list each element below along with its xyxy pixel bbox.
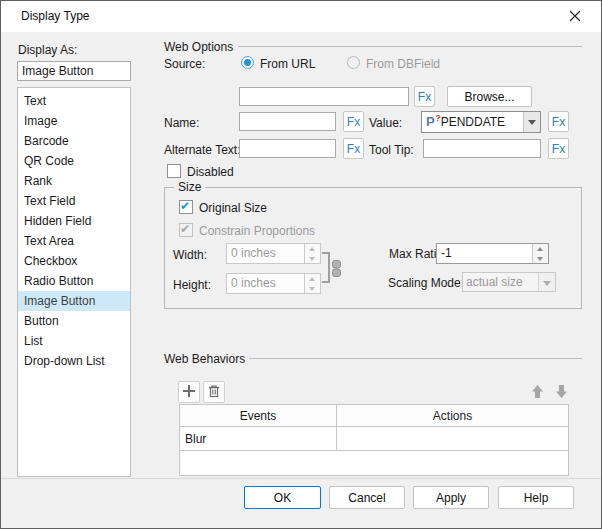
list-item-radio-button[interactable]: Radio Button [18,271,130,291]
value-formula-button[interactable]: Fx [548,111,569,132]
plus-icon [182,384,196,398]
apply-button[interactable]: Apply [413,486,489,509]
checkmark-icon: ✔ [180,222,190,236]
list-item-text-field[interactable]: Text Field [18,191,130,211]
source-label: Source: [164,57,205,71]
list-item-button[interactable]: Button [18,311,130,331]
list-item-hidden-field[interactable]: Hidden Field [18,211,130,231]
web-behaviors-divider [249,358,582,359]
actions-column-header: Actions [337,405,568,426]
scaling-mode-combobox: actual size [462,272,556,292]
scaling-mode-label: Scaling Mode: [388,276,464,290]
value-label: Value: [369,116,402,130]
close-icon [569,10,581,22]
size-group-title: Size [174,180,205,194]
help-button[interactable]: Help [498,486,574,509]
width-value: 0 inches [227,244,304,263]
trash-icon [207,384,221,398]
list-item-qr-code[interactable]: QR Code [18,151,130,171]
chevron-down-icon[interactable] [523,112,540,132]
url-input[interactable] [239,87,409,106]
display-type-dialog: Display Type Display As: Text Image Barc… [0,0,602,529]
original-size-checkbox[interactable]: ✔ [179,200,193,214]
table-header-row: Events Actions [180,405,568,427]
list-item-image[interactable]: Image [18,111,130,131]
table-row[interactable]: Blur [180,427,568,451]
checkmark-icon: ✔ [180,199,190,213]
add-behavior-button[interactable] [178,381,200,403]
close-button[interactable] [565,8,585,26]
from-dbfield-radio [347,56,360,69]
events-column-header: Events [180,405,337,426]
dialog-title: Display Type [21,9,89,23]
title-bar: Display Type [1,1,601,32]
height-spinner: 0 inches [226,273,321,294]
scaling-mode-value: actual size [463,275,538,289]
from-dbfield-label: From DBField [366,57,440,71]
footer-divider [1,478,602,479]
disabled-label: Disabled [187,165,234,179]
constrain-proportions-label: Constrain Proportions [199,224,315,238]
list-item-text-area[interactable]: Text Area [18,231,130,251]
original-size-label: Original Size [199,201,267,215]
width-spinner: 0 inches [226,243,321,264]
web-behaviors-heading: Web Behaviors [164,352,245,366]
from-url-radio[interactable] [241,56,254,69]
alternate-text-input[interactable] [239,139,336,158]
list-item-rank[interactable]: Rank [18,171,130,191]
tool-tip-input[interactable] [423,139,541,158]
url-formula-button[interactable]: Fx [414,86,435,107]
alternate-text-label: Alternate Text: [164,143,241,157]
tool-tip-formula-button[interactable]: Fx [548,138,569,159]
browse-button[interactable]: Browse... [447,86,532,107]
value-combobox[interactable]: P? PENDDATE [421,111,541,133]
list-item-drop-down-list[interactable]: Drop-down List [18,351,130,371]
chevron-down-icon [538,273,555,291]
width-height-bracket [322,252,330,283]
arrow-up-icon [530,384,545,399]
width-label: Width: [173,248,207,262]
height-value: 0 inches [227,274,304,293]
disabled-checkbox[interactable] [167,164,181,178]
name-input[interactable] [239,112,336,131]
list-item-barcode[interactable]: Barcode [18,131,130,151]
spin-up-button[interactable] [533,244,548,254]
table-empty-area [180,451,568,475]
action-cell[interactable] [337,427,568,450]
height-label: Height: [173,278,211,292]
delete-behavior-button[interactable] [203,381,225,403]
display-as-input[interactable] [17,61,131,81]
tool-tip-label: Tool Tip: [369,143,414,157]
name-formula-button[interactable]: Fx [343,111,364,132]
spin-down-button[interactable] [533,254,548,264]
spin-down-icon [305,254,320,264]
from-url-label: From URL [260,57,315,71]
list-item-image-button[interactable]: Image Button [18,291,130,311]
web-options-heading: Web Options [164,40,233,54]
cancel-button[interactable]: Cancel [329,486,405,509]
parameter-icon: P? [426,115,435,129]
web-options-divider [238,46,582,47]
arrow-down-icon [554,384,569,399]
display-type-list: Text Image Barcode QR Code Rank Text Fie… [17,87,131,477]
name-label: Name: [164,116,199,130]
move-down-button [552,383,571,402]
value-selected: PENDDATE [435,115,523,129]
constrain-proportions-checkbox: ✔ [179,223,193,237]
list-item-checkbox[interactable]: Checkbox [18,251,130,271]
max-ratio-value: -1 [437,244,532,263]
list-item-list[interactable]: List [18,331,130,351]
constrain-link-icon [331,259,342,278]
ok-button[interactable]: OK [244,486,321,509]
event-cell[interactable]: Blur [180,427,337,450]
web-behaviors-table: Events Actions Blur [179,404,569,476]
spin-up-icon [305,244,320,254]
alternate-text-formula-button[interactable]: Fx [343,138,364,159]
list-item-text[interactable]: Text [18,91,130,111]
max-ratio-spinner[interactable]: -1 [436,243,549,264]
spin-down-icon [305,284,320,294]
display-as-label: Display As: [18,43,77,57]
spin-up-icon [305,274,320,284]
move-up-button [528,383,547,402]
